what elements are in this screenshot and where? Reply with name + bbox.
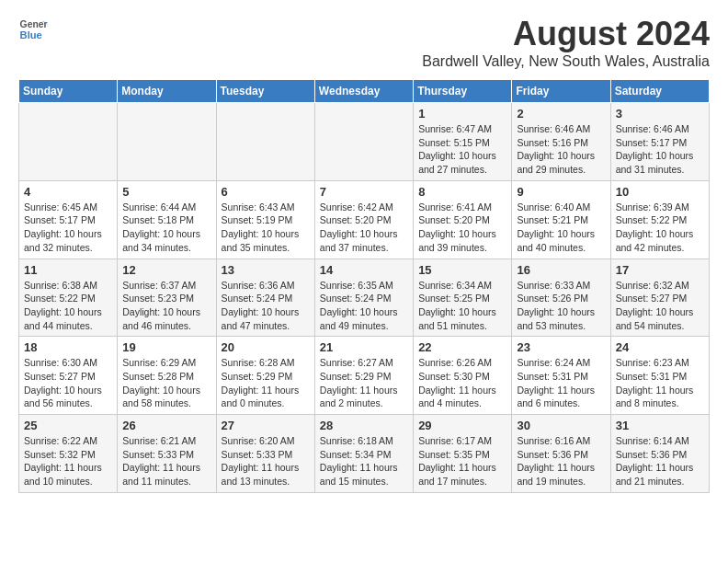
- calendar-week-row: 11Sunrise: 6:38 AMSunset: 5:22 PMDayligh…: [19, 259, 710, 337]
- calendar-header: SundayMondayTuesdayWednesdayThursdayFrid…: [19, 80, 710, 103]
- day-number: 8: [418, 185, 506, 199]
- calendar-cell: 8Sunrise: 6:41 AMSunset: 5:20 PMDaylight…: [414, 180, 512, 259]
- day-info: Sunrise: 6:36 AMSunset: 5:24 PMDaylight:…: [222, 279, 310, 333]
- title-block: August 2024 Bardwell Valley, New South W…: [422, 15, 710, 70]
- day-info: Sunrise: 6:35 AMSunset: 5:24 PMDaylight:…: [320, 279, 408, 333]
- day-number: 18: [24, 340, 112, 354]
- day-info: Sunrise: 6:21 AMSunset: 5:33 PMDaylight:…: [122, 434, 210, 488]
- day-number: 20: [222, 340, 310, 354]
- calendar-cell: 29Sunrise: 6:17 AMSunset: 5:35 PMDayligh…: [414, 415, 512, 493]
- day-info: Sunrise: 6:24 AMSunset: 5:31 PMDaylight:…: [517, 356, 605, 410]
- day-info: Sunrise: 6:45 AMSunset: 5:17 PMDaylight:…: [24, 201, 112, 255]
- day-info: Sunrise: 6:44 AMSunset: 5:18 PMDaylight:…: [122, 201, 210, 255]
- calendar-cell: 3Sunrise: 6:46 AMSunset: 5:17 PMDaylight…: [610, 103, 709, 181]
- day-number: 29: [418, 419, 506, 432]
- calendar-cell: 4Sunrise: 6:45 AMSunset: 5:17 PMDaylight…: [19, 180, 118, 259]
- calendar-cell: 6Sunrise: 6:43 AMSunset: 5:19 PMDaylight…: [216, 180, 314, 259]
- day-info: Sunrise: 6:14 AMSunset: 5:36 PMDaylight:…: [616, 434, 704, 488]
- calendar-cell: 22Sunrise: 6:26 AMSunset: 5:30 PMDayligh…: [414, 337, 512, 415]
- day-info: Sunrise: 6:39 AMSunset: 5:22 PMDaylight:…: [616, 201, 704, 255]
- day-info: Sunrise: 6:32 AMSunset: 5:27 PMDaylight:…: [616, 279, 704, 333]
- calendar-cell: 27Sunrise: 6:20 AMSunset: 5:33 PMDayligh…: [216, 415, 314, 493]
- calendar-cell: [216, 103, 314, 181]
- day-of-week-wednesday: Wednesday: [314, 80, 413, 103]
- day-of-week-monday: Monday: [118, 80, 216, 103]
- day-number: 31: [616, 419, 704, 432]
- day-number: 7: [320, 185, 408, 199]
- day-number: 3: [616, 107, 704, 121]
- day-number: 21: [320, 340, 408, 354]
- svg-text:General: General: [20, 19, 48, 29]
- day-number: 22: [418, 340, 506, 354]
- logo-icon: General Blue: [18, 15, 48, 44]
- day-of-week-sunday: Sunday: [19, 80, 118, 103]
- day-info: Sunrise: 6:18 AMSunset: 5:34 PMDaylight:…: [320, 434, 408, 488]
- calendar-cell: [314, 103, 413, 181]
- day-of-week-tuesday: Tuesday: [216, 80, 314, 103]
- calendar-cell: 2Sunrise: 6:46 AMSunset: 5:16 PMDaylight…: [512, 103, 610, 181]
- day-info: Sunrise: 6:29 AMSunset: 5:28 PMDaylight:…: [122, 356, 210, 410]
- day-info: Sunrise: 6:38 AMSunset: 5:22 PMDaylight:…: [24, 279, 112, 333]
- subtitle: Bardwell Valley, New South Wales, Austra…: [422, 53, 710, 70]
- calendar-week-row: 18Sunrise: 6:30 AMSunset: 5:27 PMDayligh…: [19, 337, 710, 415]
- day-info: Sunrise: 6:41 AMSunset: 5:20 PMDaylight:…: [418, 201, 506, 255]
- calendar-cell: 31Sunrise: 6:14 AMSunset: 5:36 PMDayligh…: [610, 415, 709, 493]
- calendar-cell: 18Sunrise: 6:30 AMSunset: 5:27 PMDayligh…: [19, 337, 118, 415]
- calendar-cell: 9Sunrise: 6:40 AMSunset: 5:21 PMDaylight…: [512, 180, 610, 259]
- calendar-cell: 7Sunrise: 6:42 AMSunset: 5:20 PMDaylight…: [314, 180, 413, 259]
- day-info: Sunrise: 6:40 AMSunset: 5:21 PMDaylight:…: [517, 201, 605, 255]
- calendar-cell: 20Sunrise: 6:28 AMSunset: 5:29 PMDayligh…: [216, 337, 314, 415]
- day-info: Sunrise: 6:20 AMSunset: 5:33 PMDaylight:…: [222, 434, 310, 488]
- day-of-week-saturday: Saturday: [610, 80, 709, 103]
- calendar-cell: 24Sunrise: 6:23 AMSunset: 5:31 PMDayligh…: [610, 337, 709, 415]
- calendar-cell: 14Sunrise: 6:35 AMSunset: 5:24 PMDayligh…: [314, 259, 413, 337]
- calendar-cell: 12Sunrise: 6:37 AMSunset: 5:23 PMDayligh…: [118, 259, 216, 337]
- day-info: Sunrise: 6:17 AMSunset: 5:35 PMDaylight:…: [418, 434, 506, 488]
- day-info: Sunrise: 6:27 AMSunset: 5:29 PMDaylight:…: [320, 356, 408, 410]
- calendar-cell: 11Sunrise: 6:38 AMSunset: 5:22 PMDayligh…: [19, 259, 118, 337]
- calendar-cell: 10Sunrise: 6:39 AMSunset: 5:22 PMDayligh…: [610, 180, 709, 259]
- day-info: Sunrise: 6:30 AMSunset: 5:27 PMDaylight:…: [24, 356, 112, 410]
- day-info: Sunrise: 6:37 AMSunset: 5:23 PMDaylight:…: [122, 279, 210, 333]
- day-number: 12: [122, 263, 210, 277]
- logo: General Blue: [18, 15, 48, 44]
- day-info: Sunrise: 6:47 AMSunset: 5:15 PMDaylight:…: [418, 122, 506, 177]
- calendar-cell: 19Sunrise: 6:29 AMSunset: 5:28 PMDayligh…: [118, 337, 216, 415]
- calendar-week-row: 4Sunrise: 6:45 AMSunset: 5:17 PMDaylight…: [19, 180, 710, 259]
- day-number: 14: [320, 263, 408, 277]
- calendar-cell: 28Sunrise: 6:18 AMSunset: 5:34 PMDayligh…: [314, 415, 413, 493]
- day-info: Sunrise: 6:42 AMSunset: 5:20 PMDaylight:…: [320, 201, 408, 255]
- day-info: Sunrise: 6:28 AMSunset: 5:29 PMDaylight:…: [222, 356, 310, 410]
- day-info: Sunrise: 6:23 AMSunset: 5:31 PMDaylight:…: [616, 356, 704, 410]
- day-info: Sunrise: 6:22 AMSunset: 5:32 PMDaylight:…: [24, 434, 112, 488]
- day-number: 23: [517, 340, 605, 354]
- calendar-cell: 21Sunrise: 6:27 AMSunset: 5:29 PMDayligh…: [314, 337, 413, 415]
- main-title: August 2024: [422, 15, 710, 53]
- day-number: 10: [616, 185, 704, 199]
- day-number: 28: [320, 419, 408, 432]
- day-number: 9: [517, 185, 605, 199]
- day-number: 4: [24, 185, 112, 199]
- day-info: Sunrise: 6:16 AMSunset: 5:36 PMDaylight:…: [517, 434, 605, 488]
- calendar-cell: 23Sunrise: 6:24 AMSunset: 5:31 PMDayligh…: [512, 337, 610, 415]
- day-number: 19: [122, 340, 210, 354]
- calendar-body: 1Sunrise: 6:47 AMSunset: 5:15 PMDaylight…: [19, 103, 710, 493]
- day-number: 17: [616, 263, 704, 277]
- page-header: General Blue August 2024 Bardwell Valley…: [18, 15, 710, 70]
- day-number: 25: [24, 419, 112, 432]
- calendar-cell: 5Sunrise: 6:44 AMSunset: 5:18 PMDaylight…: [118, 180, 216, 259]
- day-of-week-thursday: Thursday: [414, 80, 512, 103]
- day-number: 2: [517, 107, 605, 121]
- day-of-week-friday: Friday: [512, 80, 610, 103]
- day-info: Sunrise: 6:34 AMSunset: 5:25 PMDaylight:…: [418, 279, 506, 333]
- day-number: 26: [122, 419, 210, 432]
- day-number: 11: [24, 263, 112, 277]
- calendar-cell: 30Sunrise: 6:16 AMSunset: 5:36 PMDayligh…: [512, 415, 610, 493]
- day-number: 6: [222, 185, 310, 199]
- calendar-week-row: 25Sunrise: 6:22 AMSunset: 5:32 PMDayligh…: [19, 415, 710, 493]
- day-info: Sunrise: 6:46 AMSunset: 5:16 PMDaylight:…: [517, 122, 605, 177]
- day-number: 24: [616, 340, 704, 354]
- day-number: 13: [222, 263, 310, 277]
- day-number: 27: [222, 419, 310, 432]
- day-number: 5: [122, 185, 210, 199]
